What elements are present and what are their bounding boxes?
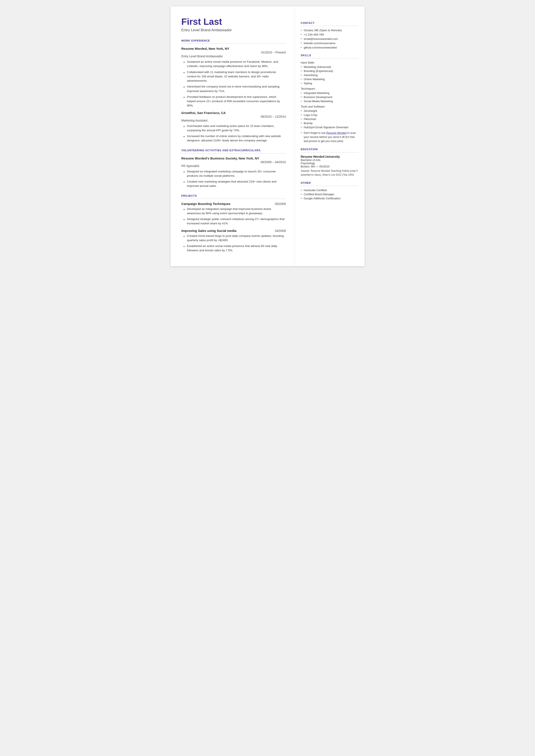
hard-skills-label: Hard Skills: [301,61,358,64]
project-1-date: 05/2009 [275,202,286,206]
skill-styling: Styling [301,82,358,85]
project-2-bullet-1: Created niche-based blogs to post daily … [183,234,286,243]
job-1-bullet-3: Advertised the company brand via in-stor… [183,84,286,93]
other-hootsuite: Hootsuite Certified [301,188,358,192]
edu-degree: Bachelor of Arts [301,158,358,162]
tools-list: Zeroheight Logo Crisp Piktochart Brandy … [301,109,358,129]
work-experience-section: WORK EXPERIENCE Resume Worded, New York,… [182,39,286,143]
project-2-bullet-2: Established an active social media prese… [183,244,286,253]
other-adwords: Google AdWords Certification. [301,197,358,200]
edu-school: Resume Worded University [301,155,358,158]
job-2-bullets: Overhauled sales and marketing action pl… [182,124,286,143]
volunteer-job-1-title: PR Specialist [182,164,286,168]
project-2-bullets: Created niche-based blogs to post daily … [182,234,286,253]
volunteer-job-1-header: Resume Worded's Business Society, New Yo… [182,156,286,164]
name: First Last [182,17,286,27]
education-divider [301,152,358,153]
tool-piktochart: Piktochart [301,118,358,121]
job-1: Resume Worded, New York, NY 01/2015 – Pr… [182,47,286,108]
skill-branding: Branding (Experienced) [301,70,358,72]
skills-section: SKILLS Hard Skills: Marketing (Advanced)… [301,54,358,143]
main-title: Entry Level Brand Ambassador [182,28,286,32]
projects-title: PROJECTS [182,194,286,197]
job-2-bullet-1: Overhauled sales and marketing action pl… [183,124,286,133]
right-column: CONTACT Omaha, ME (Open to Remote) +1-23… [295,7,365,266]
contact-location: Omaha, ME (Open to Remote) [301,29,358,32]
tool-brandy: Brandy [301,122,358,125]
job-1-bullet-4: Provided feedback on product development… [183,95,286,108]
volunteer-job-1-bullets: Designed an integrated marketing campaig… [182,169,286,188]
education-title: EDUCATION [301,148,358,151]
job-2-company: Growthsi, San Francisco, CA [182,111,226,115]
project-1-header: Campaign Boosting Techniques 05/2009 [182,202,286,206]
job-2: Growthsi, San Francisco, CA 06/2010 – 12… [182,111,286,143]
volunteering-title: VOLUNTEERING ACTIVITIES AND EXTRACURRICU… [182,149,286,152]
volunteer-job-1-company: Resume Worded's Business Society, New Yo… [182,156,259,160]
projects-section: PROJECTS Campaign Boosting Techniques 05… [182,194,286,253]
project-2-header: Improving Sales using Social media 04/20… [182,229,286,233]
project-2-name: Improving Sales using Social media [182,229,237,233]
other-list: Hootsuite Certified Certified Brand Mana… [301,188,358,200]
edu-location-date: Boston, MA — 05/2010 [301,165,358,168]
other-section: OTHER Hootsuite Certified Certified Bran… [301,182,358,200]
edu-awards: Awards: Resume Worded Teaching Fellow (o… [301,169,358,177]
tool-hubspot: HubSpot Email Signature Generator [301,126,358,129]
volunteering-section: VOLUNTEERING ACTIVITIES AND EXTRACURRICU… [182,149,286,188]
job-1-company: Resume Worded, New York, NY [182,47,230,50]
job-2-title: Marketing Assistant [182,119,286,122]
skills-title: SKILLS [301,54,358,57]
technique-integrated-marketing: Integrated Marketing [301,91,358,95]
job-2-header: Growthsi, San Francisco, CA 06/2010 – 12… [182,111,286,118]
contact-list: Omaha, ME (Open to Remote) +1-234-456-78… [301,29,358,49]
other-divider [301,186,358,186]
job-1-bullets: Sustained an active social media presenc… [182,60,286,108]
edu-field: Psychology [301,162,358,165]
tool-logo-crisp: Logo Crisp [301,113,358,117]
tools-label: Tools and Software: [301,105,358,108]
work-experience-title: WORK EXPERIENCE [182,39,286,42]
skill-advertising: Advertising [301,73,358,77]
work-divider [182,43,286,44]
technique-business-development: Business Development [301,96,358,99]
volunteering-divider [182,153,286,154]
resume-worded-link[interactable]: Resume Worded [326,131,347,134]
job-1-bullet-2: Collaborated with 11 marketing team memb… [183,70,286,83]
volunteer-job-1: Resume Worded's Business Society, New Yo… [182,156,286,188]
project-1-bullet-1: Developed an integrated campaign that im… [183,207,286,216]
projects-divider [182,199,286,199]
job-1-bullet-1: Sustained an active social media presenc… [183,60,286,69]
job-1-header: Resume Worded, New York, NY 01/2015 – Pr… [182,47,286,54]
left-column: First Last Entry Level Brand Ambassador … [171,7,295,266]
contact-linkedin: linkedin.com/in/username [301,42,358,45]
other-title: OTHER [301,182,358,184]
job-1-title: Entry Level Brand Ambassador [182,55,286,58]
education-section: EDUCATION Resume Worded University Bache… [301,148,358,177]
techniques-label: Techniques: [301,87,358,90]
volunteer-bullet-2: Created new marketing strategies that at… [183,180,286,188]
technique-social-media: Social Media Marketing [301,99,358,103]
project-1-name: Campaign Boosting Techniques [182,202,231,206]
hard-skills-list: Marketing (Advanced) Branding (Experienc… [301,65,358,85]
project-1: Campaign Boosting Techniques 05/2009 Dev… [182,202,286,226]
volunteer-job-1-dates: 06/2009 – 04/2010 [261,160,286,164]
contact-phone: +1-234-456-789 [301,33,358,36]
project-2-date: 04/2009 [275,229,286,233]
contact-section: CONTACT Omaha, ME (Open to Remote) +1-23… [301,21,358,49]
project-1-bullet-2: Designed strategic public outreach initi… [183,217,286,226]
skill-marketing: Marketing (Advanced) [301,65,358,69]
volunteer-bullet-1: Designed an integrated marketing campaig… [183,169,286,178]
contact-email: email@resumeworded.com [301,37,358,41]
techniques-list: Integrated Marketing Business Developmen… [301,91,358,103]
tool-zeroheight: Zeroheight [301,109,358,113]
other-brand-manager: Certified Brand Manager. [301,193,358,196]
skill-online-marketing: Online Marketing [301,78,358,81]
resume-page: First Last Entry Level Brand Ambassador … [171,7,365,266]
job-1-dates: 01/2015 – Present [261,51,286,54]
project-2: Improving Sales using Social media 04/20… [182,229,286,253]
job-2-dates: 06/2010 – 12/2014 [261,115,286,118]
contact-github: github.com/resumeworded [301,46,358,49]
job-2-bullet-2: Increased the number of online visitors … [183,134,286,143]
resume-worded-note: Don't forget to use Resume Worded to sca… [301,131,358,143]
project-1-bullets: Developed an integrated campaign that im… [182,207,286,226]
contact-title: CONTACT [301,21,358,25]
